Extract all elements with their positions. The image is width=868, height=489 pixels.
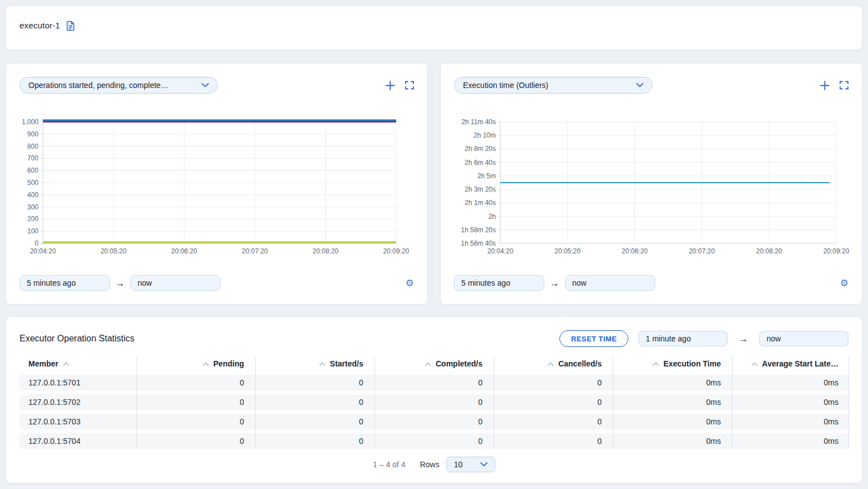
svg-text:20:08:20: 20:08:20 (756, 247, 782, 255)
svg-text:20:09:20: 20:09:20 (823, 247, 850, 255)
execution-time-chart[interactable]: 2h 11m 40s2h 10m2h 8m 20s2h 6m 40s2h 5m2… (454, 119, 849, 258)
svg-text:800: 800 (27, 143, 38, 150)
value-cell: 0ms (732, 433, 850, 449)
time-from-input[interactable] (638, 331, 728, 346)
svg-text:20:06:20: 20:06:20 (171, 247, 197, 255)
column-header[interactable]: Started/s (255, 356, 374, 371)
time-to-input[interactable] (759, 331, 849, 346)
svg-text:2h 5m: 2h 5m (477, 172, 496, 180)
time-to-input[interactable] (565, 275, 655, 291)
column-label: Cancelled/s (558, 359, 602, 368)
metric-selector-label: Operations started, pending, complete… (28, 81, 168, 90)
member-cell: 127.0.0.1:5704 (19, 433, 136, 449)
svg-text:200: 200 (27, 215, 38, 223)
rows-per-page-select[interactable]: 10 (446, 457, 495, 472)
chevron-down-icon (202, 83, 209, 87)
svg-text:20:04:20: 20:04:20 (30, 247, 56, 255)
chevron-down-icon (636, 83, 643, 87)
operations-chart-panel: Operations started, pending, complete… 1… (6, 63, 428, 305)
document-icon[interactable] (66, 21, 75, 31)
time-from-input[interactable] (19, 275, 110, 291)
add-chart-icon[interactable] (820, 81, 830, 90)
value-cell: 0 (374, 433, 494, 449)
svg-text:900: 900 (27, 130, 38, 138)
svg-text:2h 1m 40s: 2h 1m 40s (465, 199, 496, 207)
value-cell: 0 (255, 394, 374, 410)
table-row[interactable]: 127.0.0.1:570400000ms0ms (19, 433, 849, 449)
svg-text:20:08:20: 20:08:20 (313, 247, 339, 255)
column-label: Pending (213, 359, 244, 368)
value-cell: 0 (374, 414, 494, 429)
column-header[interactable]: Member (19, 356, 136, 371)
column-label: Completed/s (436, 359, 482, 368)
fullscreen-icon[interactable] (405, 81, 414, 90)
svg-text:20:09:20: 20:09:20 (383, 247, 409, 255)
table-row[interactable]: 127.0.0.1:570200000ms0ms (19, 394, 849, 410)
table-row[interactable]: 127.0.0.1:570300000ms0ms (19, 414, 849, 429)
svg-text:400: 400 (27, 191, 38, 199)
svg-text:2h 8m 20s: 2h 8m 20s (465, 145, 496, 153)
svg-text:100: 100 (27, 227, 38, 235)
svg-text:1,000: 1,000 (22, 118, 38, 126)
arrow-right-icon: → (550, 278, 559, 288)
table-row[interactable]: 127.0.0.1:570100000ms0ms (19, 375, 849, 390)
page-title: executor-1 (19, 21, 60, 30)
fullscreen-icon[interactable] (840, 81, 849, 90)
value-cell: 0 (494, 433, 613, 449)
execution-panel-header: Execution time (Outliers) (454, 77, 849, 94)
pagination: 1 – 4 of 4 Rows 10 (19, 457, 849, 472)
sort-chevron-icon (203, 362, 209, 366)
svg-text:2h 6m 40s: 2h 6m 40s (465, 159, 496, 167)
value-cell: 0ms (732, 394, 850, 410)
stats-title: Executor Operation Statistics (19, 334, 134, 344)
stats-table-body: 127.0.0.1:570100000ms0ms127.0.0.1:570200… (19, 375, 849, 449)
svg-text:20:07:20: 20:07:20 (689, 247, 715, 255)
svg-text:20:05:20: 20:05:20 (100, 247, 126, 255)
metric-selector-dropdown[interactable]: Execution time (Outliers) (454, 77, 652, 94)
operations-panel-footer: → ⚙ (19, 275, 414, 291)
value-cell: 0ms (613, 394, 732, 410)
gear-icon[interactable]: ⚙ (840, 278, 849, 288)
title-card: executor-1 (6, 6, 862, 50)
value-cell: 0ms (613, 414, 732, 429)
svg-text:20:07:20: 20:07:20 (242, 247, 268, 255)
column-header[interactable]: Pending (136, 356, 255, 371)
value-cell: 0 (255, 414, 374, 429)
svg-text:2h: 2h (489, 213, 496, 221)
value-cell: 0 (374, 375, 494, 390)
arrow-right-icon: → (739, 334, 748, 344)
time-to-input[interactable] (130, 275, 221, 291)
svg-text:2h 11m 40s: 2h 11m 40s (461, 118, 496, 126)
member-cell: 127.0.0.1:5703 (19, 414, 136, 429)
svg-text:2h 3m 20s: 2h 3m 20s (465, 185, 496, 193)
chevron-down-icon (480, 462, 487, 467)
svg-text:0: 0 (35, 239, 38, 247)
sort-chevron-icon (653, 362, 659, 366)
member-cell: 127.0.0.1:5701 (19, 375, 136, 390)
column-header[interactable]: Execution Time (613, 356, 732, 371)
column-header[interactable]: Completed/s (374, 356, 494, 371)
metric-selector-dropdown[interactable]: Operations started, pending, complete… (19, 77, 218, 94)
value-cell: 0ms (732, 375, 850, 390)
value-cell: 0 (136, 433, 255, 449)
page-range: 1 – 4 of 4 (373, 460, 405, 469)
charts-row: Operations started, pending, complete… 1… (6, 63, 862, 305)
svg-text:2h 10m: 2h 10m (474, 131, 496, 139)
svg-text:20:06:20: 20:06:20 (622, 247, 648, 255)
stats-table-header: MemberPendingStarted/sCompleted/sCancell… (19, 356, 849, 371)
executor-statistics-panel: Executor Operation Statistics RESET TIME… (6, 316, 862, 483)
value-cell: 0ms (732, 414, 850, 429)
sort-chevron-icon (752, 362, 758, 366)
column-header[interactable]: Cancelled/s (494, 356, 613, 371)
svg-text:700: 700 (27, 154, 38, 162)
operations-chart[interactable]: 1,000900800700600500400300200100020:04:2… (19, 119, 414, 258)
value-cell: 0ms (613, 433, 732, 449)
svg-text:1h 58m 20s: 1h 58m 20s (461, 226, 496, 234)
column-header[interactable]: Average Start Late… (732, 356, 850, 371)
reset-time-button[interactable]: RESET TIME (559, 330, 628, 347)
add-chart-icon[interactable] (386, 81, 395, 90)
svg-text:500: 500 (27, 179, 38, 187)
column-label: Execution Time (664, 359, 721, 368)
time-from-input[interactable] (454, 275, 544, 291)
gear-icon[interactable]: ⚙ (406, 278, 414, 288)
